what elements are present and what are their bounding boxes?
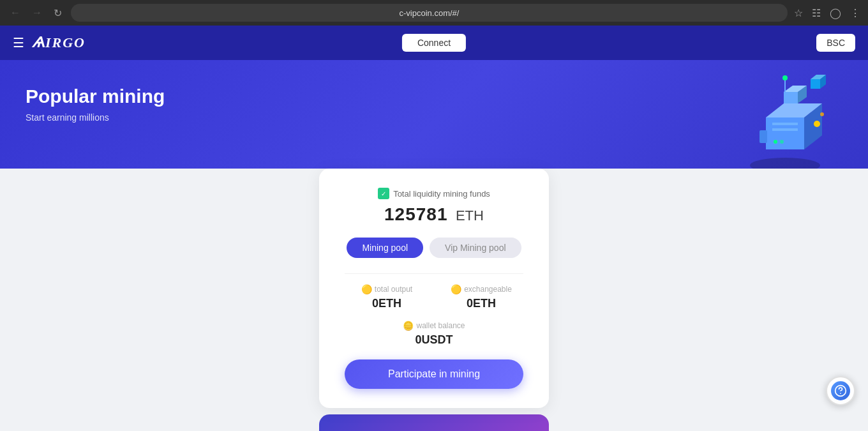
svg-point-20	[840, 393, 841, 394]
mining-card: ✓ Total liquidity mining funds 125781 ET…	[319, 169, 549, 408]
card-header: ✓ Total liquidity mining funds 125781 ET…	[345, 188, 523, 225]
svg-point-7	[780, 140, 784, 144]
connect-button[interactable]: Connect	[402, 34, 466, 52]
svg-marker-4	[772, 123, 798, 125]
extensions-icon[interactable]: ☷	[812, 7, 821, 19]
total-output-stat: 🟡 total output 0ETH	[345, 284, 429, 310]
bottom-card-peek	[319, 414, 549, 431]
svg-rect-8	[760, 130, 767, 143]
exchange-icon: 🟡	[451, 284, 461, 294]
wallet-icon: 🪙	[403, 321, 414, 331]
reload-button[interactable]: ↻	[51, 4, 64, 22]
svg-marker-1	[766, 117, 804, 149]
hero-subtitle: Start earning millions	[26, 112, 842, 123]
svg-point-18	[820, 112, 824, 116]
wallet-section: 🪙 wallet balance 0USDT	[345, 321, 523, 347]
exchangeable-stat: 🟡 exchangeable 0ETH	[439, 284, 523, 310]
wallet-value: 0USDT	[345, 333, 523, 347]
participate-button[interactable]: Participate in mining	[345, 359, 523, 389]
main-content: ✓ Total liquidity mining funds 125781 ET…	[0, 169, 868, 431]
address-bar[interactable]	[71, 4, 788, 22]
logo: ѦIRGO	[32, 34, 86, 51]
liquidity-label: ✓ Total liquidity mining funds	[345, 188, 523, 199]
total-output-value: 0ETH	[345, 297, 429, 310]
hero-illustration	[728, 66, 842, 181]
pool-tabs: Mining pool Vip Mining pool	[345, 238, 523, 258]
liquidity-icon: ✓	[378, 188, 389, 199]
eth-amount-display: 125781 ETH	[345, 204, 523, 225]
vip-mining-pool-tab[interactable]: Vip Mining pool	[430, 238, 521, 258]
svg-point-6	[774, 140, 777, 144]
bsc-button[interactable]: BSC	[816, 34, 855, 52]
exchangeable-value: 0ETH	[439, 297, 523, 310]
support-icon	[831, 381, 850, 400]
star-icon[interactable]: ☆	[794, 7, 803, 19]
divider	[345, 273, 523, 274]
svg-marker-9	[784, 92, 798, 103]
output-icon: 🟡	[361, 284, 372, 294]
back-button[interactable]: ←	[8, 4, 23, 21]
browser-chrome: ← → ↻ ☆ ☷ ◯ ⋮	[0, 0, 868, 26]
svg-marker-5	[772, 128, 798, 131]
hamburger-menu[interactable]: ☰	[13, 35, 24, 50]
browser-toolbar: ☆ ☷ ◯ ⋮	[794, 7, 860, 19]
hero-title: Popular mining	[26, 86, 842, 107]
forward-button[interactable]: →	[29, 4, 45, 21]
svg-point-17	[814, 121, 820, 127]
svg-point-16	[782, 75, 788, 80]
profile-icon[interactable]: ◯	[830, 7, 841, 19]
mining-pool-tab[interactable]: Mining pool	[347, 238, 423, 258]
app-header: ☰ ѦIRGO Connect BSC	[0, 26, 868, 60]
support-button[interactable]	[826, 376, 855, 405]
svg-marker-12	[811, 79, 820, 89]
menu-icon[interactable]: ⋮	[850, 7, 860, 19]
stats-grid: 🟡 total output 0ETH 🟡 exchangeable 0ETH	[345, 284, 523, 310]
